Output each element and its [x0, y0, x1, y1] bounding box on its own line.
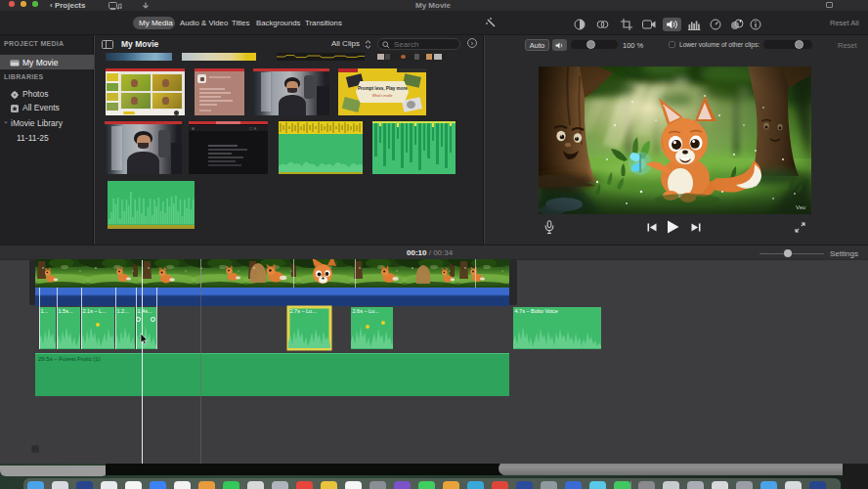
svg-text:Veo: Veo: [796, 204, 806, 210]
